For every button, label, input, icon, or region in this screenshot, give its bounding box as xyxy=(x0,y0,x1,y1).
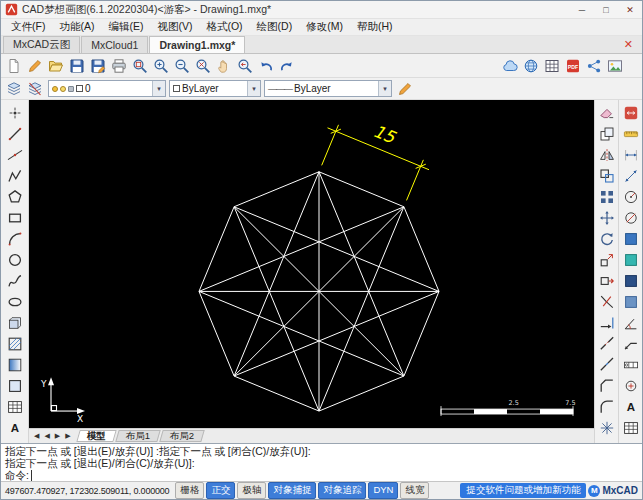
cloud-icon[interactable] xyxy=(500,56,520,76)
menu-file[interactable]: 文件(F) xyxy=(4,19,52,35)
close-document-button[interactable]: ✕ xyxy=(617,38,640,53)
chevron-down-icon[interactable]: ▾ xyxy=(247,81,260,96)
dim-angular-icon[interactable] xyxy=(621,312,641,333)
zoom-in-icon[interactable] xyxy=(151,56,171,76)
layout-tab-layout1[interactable]: 布局1 xyxy=(115,430,161,442)
menu-help[interactable]: 帮助(H) xyxy=(350,19,400,35)
toggle-dyn[interactable]: DYN xyxy=(368,482,398,499)
scale-icon[interactable] xyxy=(597,249,617,270)
command-prompt-row[interactable]: 命令: xyxy=(5,469,638,481)
arc-icon[interactable] xyxy=(5,228,25,249)
copy-icon[interactable] xyxy=(597,123,617,144)
save-as-icon[interactable] xyxy=(88,56,108,76)
menu-function[interactable]: 功能(A) xyxy=(52,19,101,35)
doc-tab-mxcloud1[interactable]: MxCloud1 xyxy=(81,36,148,53)
xline-icon[interactable] xyxy=(5,144,25,165)
swatch-teal-icon[interactable] xyxy=(621,249,641,270)
zoom-extents-icon[interactable] xyxy=(193,56,213,76)
linetype-select[interactable]: ——— ByLayer ▾ xyxy=(264,80,392,97)
layout-nav-first[interactable]: ◀ xyxy=(32,432,41,440)
swatch-steel-icon[interactable] xyxy=(621,291,641,312)
leader-icon[interactable] xyxy=(621,333,641,354)
share-icon[interactable] xyxy=(584,56,604,76)
layout-nav-prev[interactable]: ◀ xyxy=(42,432,51,440)
trim-icon[interactable] xyxy=(597,291,617,312)
chevron-down-icon[interactable]: ▾ xyxy=(152,81,165,96)
swatch-navy-icon[interactable] xyxy=(621,270,641,291)
octagram-figure[interactable] xyxy=(199,172,439,411)
circle-icon[interactable] xyxy=(5,249,25,270)
feedback-link[interactable]: 提交软件问题或增加新功能 xyxy=(460,483,586,498)
grid-icon[interactable] xyxy=(542,56,562,76)
mtext-icon[interactable]: A xyxy=(5,417,25,438)
extend-icon[interactable] xyxy=(597,312,617,333)
explode-icon[interactable] xyxy=(597,417,617,438)
move-icon[interactable] xyxy=(597,207,617,228)
spline-icon[interactable] xyxy=(5,270,25,291)
toggle-grid[interactable]: 栅格 xyxy=(175,482,204,499)
save-icon[interactable] xyxy=(67,56,87,76)
open-file-icon[interactable] xyxy=(46,56,66,76)
array-icon[interactable] xyxy=(597,186,617,207)
toggle-osnap[interactable]: 对象捕捉 xyxy=(268,482,316,499)
text-style-icon[interactable]: A xyxy=(621,396,641,417)
gradient-icon[interactable] xyxy=(5,354,25,375)
dim-radius-icon[interactable] xyxy=(621,186,641,207)
menu-format[interactable]: 格式(O) xyxy=(199,19,249,35)
pan-icon[interactable] xyxy=(214,56,234,76)
table-style-icon[interactable] xyxy=(621,417,641,438)
edit-icon[interactable] xyxy=(25,56,45,76)
hatch-icon[interactable] xyxy=(5,333,25,354)
menu-modify[interactable]: 修改(M) xyxy=(299,19,350,35)
erase-icon[interactable] xyxy=(597,102,617,123)
mirror-icon[interactable] xyxy=(597,144,617,165)
menu-view[interactable]: 视图(V) xyxy=(150,19,199,35)
stretch-icon[interactable] xyxy=(597,270,617,291)
edit-properties-icon[interactable] xyxy=(395,79,415,99)
layout-tab-layout2[interactable]: 布局2 xyxy=(159,430,205,442)
polyline-icon[interactable] xyxy=(5,165,25,186)
drawing-canvas[interactable]: 15YX2.57.5 xyxy=(29,100,594,428)
zoom-window-icon[interactable] xyxy=(130,56,150,76)
point-icon[interactable] xyxy=(5,102,25,123)
layer-off-icon[interactable] xyxy=(25,79,45,99)
table-icon[interactable] xyxy=(5,396,25,417)
scale-bar[interactable]: 2.57.5 xyxy=(441,399,576,416)
layout-nav-next[interactable]: ▶ xyxy=(53,432,62,440)
toggle-ortho[interactable]: 正交 xyxy=(206,482,235,499)
zoom-previous-icon[interactable] xyxy=(235,56,255,76)
swatch-blue-icon[interactable] xyxy=(621,228,641,249)
layer-select[interactable]: 0 ▾ xyxy=(48,80,166,97)
doc-tab-drawing1[interactable]: Drawing1.mxg* xyxy=(149,36,245,53)
line-icon[interactable] xyxy=(5,123,25,144)
toggle-polar[interactable]: 极轴 xyxy=(237,482,266,499)
redo-icon[interactable] xyxy=(277,56,297,76)
dim-diameter-icon[interactable] xyxy=(621,207,641,228)
globe-icon[interactable] xyxy=(521,56,541,76)
print-icon[interactable] xyxy=(109,56,129,76)
polygon-icon[interactable] xyxy=(5,186,25,207)
dim-style-icon[interactable] xyxy=(621,102,641,123)
ellipse-icon[interactable] xyxy=(5,291,25,312)
toggle-otrack[interactable]: 对象追踪 xyxy=(318,482,366,499)
zoom-out-icon[interactable] xyxy=(172,56,192,76)
command-line-panel[interactable]: 指定下一点 或 [退出(E)/放弃(U)] :指定下一点 或 [闭合(C)/放弃… xyxy=(1,443,642,481)
chevron-down-icon[interactable]: ▾ xyxy=(378,81,391,96)
offset-icon[interactable] xyxy=(597,165,617,186)
doc-tab-mxcad-cloud[interactable]: MxCAD云图 xyxy=(3,36,80,53)
maximize-button[interactable]: □ xyxy=(594,1,618,18)
layers-icon[interactable] xyxy=(4,79,24,99)
rotate-icon[interactable] xyxy=(597,228,617,249)
layout-tab-model[interactable]: 模型 xyxy=(76,430,116,442)
dim-aligned-icon[interactable] xyxy=(621,165,641,186)
measure-icon[interactable] xyxy=(621,123,641,144)
rectangle-icon[interactable] xyxy=(5,207,25,228)
dim-linear-icon[interactable] xyxy=(621,144,641,165)
insert-block-icon[interactable] xyxy=(5,312,25,333)
toggle-lineweight[interactable]: 线宽 xyxy=(400,482,429,499)
image-icon[interactable] xyxy=(605,56,625,76)
close-button[interactable]: ✕ xyxy=(618,1,642,18)
undo-icon[interactable] xyxy=(256,56,276,76)
new-file-icon[interactable] xyxy=(4,56,24,76)
break-icon[interactable] xyxy=(597,333,617,354)
